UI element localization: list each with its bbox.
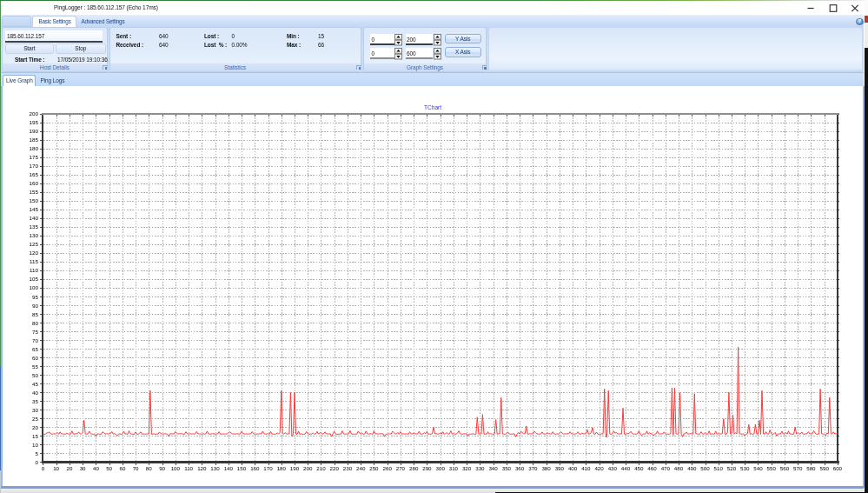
svg-text:410: 410 [581,465,591,471]
svg-text:35: 35 [32,398,38,404]
svg-text:260: 260 [383,465,393,471]
svg-text:250: 250 [369,465,379,471]
svg-text:175: 175 [30,154,39,160]
svg-text:350: 350 [502,465,512,471]
svg-text:125: 125 [30,241,39,247]
svg-text:50: 50 [32,372,38,378]
svg-text:65: 65 [32,346,38,352]
svg-text:550: 550 [767,465,777,471]
svg-text:40: 40 [93,465,99,471]
svg-text:70: 70 [133,465,139,471]
svg-text:480: 480 [674,465,684,471]
svg-text:160: 160 [250,465,260,471]
svg-text:100: 100 [30,284,39,290]
svg-text:310: 310 [449,465,459,471]
svg-text:20: 20 [66,465,72,471]
svg-text:140: 140 [224,465,234,471]
svg-text:430: 430 [608,465,618,471]
svg-text:360: 360 [515,465,525,471]
svg-text:50: 50 [106,465,112,471]
svg-text:280: 280 [409,465,419,471]
svg-text:290: 290 [422,465,432,471]
svg-text:230: 230 [343,465,353,471]
svg-text:370: 370 [528,465,538,471]
svg-text:40: 40 [32,390,38,396]
svg-text:0: 0 [42,465,45,471]
svg-text:120: 120 [30,250,39,256]
svg-text:110: 110 [184,465,193,471]
svg-text:100: 100 [171,465,181,471]
svg-text:210: 210 [316,465,326,471]
svg-text:190: 190 [30,128,39,134]
svg-text:20: 20 [32,424,38,430]
svg-text:165: 165 [30,171,39,177]
svg-text:180: 180 [277,465,287,471]
svg-text:15: 15 [32,433,38,439]
svg-text:570: 570 [793,465,803,471]
svg-text:420: 420 [594,465,604,471]
svg-text:500: 500 [700,465,710,471]
svg-text:240: 240 [356,465,366,471]
svg-text:190: 190 [290,465,300,471]
svg-text:30: 30 [80,465,86,471]
svg-text:150: 150 [237,465,247,471]
svg-text:145: 145 [30,206,39,212]
svg-text:55: 55 [32,363,38,370]
svg-text:520: 520 [727,465,737,471]
svg-text:300: 300 [436,465,446,471]
svg-text:60: 60 [119,465,125,471]
svg-text:560: 560 [780,465,790,471]
svg-text:580: 580 [806,465,816,471]
svg-text:130: 130 [210,465,220,471]
svg-text:320: 320 [462,465,472,471]
svg-text:340: 340 [488,465,498,471]
svg-text:470: 470 [661,465,671,471]
svg-text:120: 120 [197,465,207,471]
svg-text:70: 70 [32,337,38,343]
svg-text:200: 200 [303,465,313,471]
svg-text:155: 155 [30,189,39,195]
svg-text:95: 95 [32,294,38,300]
svg-text:270: 270 [396,465,406,471]
svg-text:90: 90 [32,303,38,309]
svg-text:590: 590 [820,465,830,471]
svg-text:170: 170 [263,465,273,471]
svg-text:140: 140 [30,215,39,221]
svg-text:30: 30 [32,407,38,413]
svg-text:460: 460 [647,465,657,471]
svg-text:105: 105 [30,276,39,282]
svg-text:185: 185 [30,137,39,143]
svg-text:80: 80 [146,465,152,471]
svg-text:600: 600 [833,465,843,471]
svg-text:160: 160 [30,180,39,186]
svg-text:10: 10 [53,465,59,471]
svg-text:530: 530 [740,465,750,471]
svg-text:85: 85 [32,311,38,317]
svg-text:195: 195 [30,119,39,125]
svg-text:45: 45 [32,381,38,387]
svg-text:150: 150 [30,197,39,203]
svg-text:5: 5 [35,450,38,456]
svg-text:510: 510 [714,465,724,471]
svg-text:115: 115 [30,258,38,264]
svg-text:200: 200 [30,110,39,117]
svg-text:490: 490 [687,465,697,471]
svg-text:10: 10 [32,442,38,448]
svg-text:180: 180 [30,145,39,151]
svg-text:TChart: TChart [424,104,441,110]
svg-text:60: 60 [32,355,38,361]
svg-text:25: 25 [32,416,38,422]
svg-text:170: 170 [30,163,39,169]
svg-text:330: 330 [475,465,485,471]
svg-text:450: 450 [634,465,644,471]
svg-text:90: 90 [159,465,165,471]
svg-text:220: 220 [330,465,340,471]
svg-text:130: 130 [30,232,39,238]
svg-text:135: 135 [30,223,39,230]
svg-text:75: 75 [32,329,38,335]
svg-text:380: 380 [541,465,551,471]
svg-text:540: 540 [753,465,763,471]
svg-text:390: 390 [555,465,565,471]
svg-text:0: 0 [35,459,38,465]
svg-text:110: 110 [30,267,38,273]
